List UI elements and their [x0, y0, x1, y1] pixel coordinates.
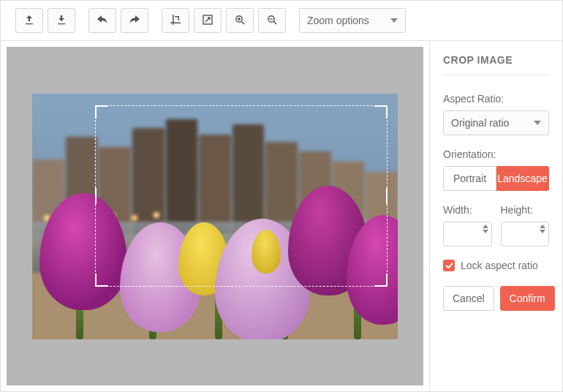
aspect-ratio-value: Original ratio — [451, 117, 509, 129]
width-step-up[interactable] — [483, 225, 488, 228]
cancel-button[interactable]: Cancel — [443, 286, 494, 311]
lock-aspect-checkbox[interactable] — [443, 260, 455, 271]
download-button[interactable] — [48, 8, 75, 33]
orientation-portrait-button[interactable]: Portrait — [443, 166, 496, 191]
height-label: Height: — [501, 204, 550, 216]
chevron-down-icon — [390, 18, 398, 23]
aspect-ratio-select[interactable]: Original ratio — [443, 110, 549, 135]
chevron-down-icon — [534, 121, 541, 125]
height-step-down[interactable] — [540, 230, 545, 233]
upload-icon — [24, 15, 34, 27]
width-input-wrapper — [443, 222, 492, 246]
crop-handle-ml[interactable] — [95, 188, 101, 204]
crop-handle-br[interactable] — [374, 274, 388, 287]
lock-aspect-label: Lock aspect ratio — [461, 260, 538, 271]
divider — [443, 75, 549, 75]
zoom-out-icon — [267, 15, 277, 27]
crop-panel: CROP IMAGE Aspect Ratio: Original ratio … — [429, 41, 562, 391]
crop-icon — [170, 15, 181, 27]
download-icon — [56, 15, 67, 27]
height-step-up[interactable] — [540, 225, 545, 228]
height-input-wrapper — [501, 222, 550, 246]
aspect-ratio-label: Aspect Ratio: — [443, 93, 549, 105]
toolbar: Zoom options — [1, 1, 562, 41]
undo-icon — [97, 15, 107, 26]
zoom-in-button[interactable] — [226, 8, 254, 33]
crop-button[interactable] — [162, 8, 189, 33]
panel-title: CROP IMAGE — [443, 54, 549, 66]
zoom-options-select[interactable]: Zoom options — [299, 8, 406, 33]
crop-handle-tr[interactable] — [374, 105, 388, 118]
resize-button[interactable] — [194, 8, 222, 33]
confirm-button[interactable]: Confirm — [500, 286, 555, 311]
zoom-out-button[interactable] — [258, 8, 286, 33]
resize-icon — [203, 15, 213, 27]
image-preview[interactable] — [32, 94, 398, 339]
zoom-options-label: Zoom options — [307, 15, 369, 26]
undo-button[interactable] — [88, 8, 116, 33]
crop-rectangle[interactable] — [95, 105, 388, 287]
redo-button[interactable] — [121, 8, 148, 33]
crop-handle-tl[interactable] — [95, 105, 108, 118]
redo-icon — [129, 15, 140, 26]
orientation-toggle: Portrait Landscape — [443, 166, 549, 191]
crop-handle-bl[interactable] — [95, 274, 108, 287]
width-label: Width: — [443, 204, 492, 216]
check-icon — [445, 262, 453, 270]
upload-button[interactable] — [15, 8, 43, 33]
orientation-landscape-button[interactable]: Landscape — [496, 166, 549, 191]
orientation-label: Orientation: — [443, 148, 549, 160]
crop-handle-mr[interactable] — [382, 188, 388, 204]
canvas-area — [7, 47, 423, 385]
width-step-down[interactable] — [483, 230, 488, 233]
zoom-in-icon — [235, 15, 245, 27]
